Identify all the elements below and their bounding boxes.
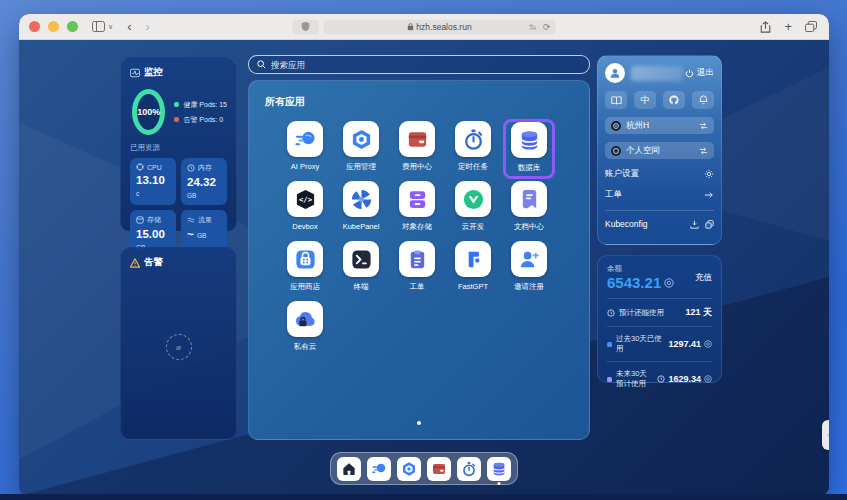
dock-cron-job-button[interactable] bbox=[457, 457, 481, 481]
monitor-icon bbox=[130, 68, 140, 78]
dock-ai-proxy-button[interactable] bbox=[367, 457, 391, 481]
dock-database-button[interactable] bbox=[487, 457, 511, 481]
app-fastgpt[interactable]: FastGPT bbox=[447, 239, 499, 297]
private-cloud-icon bbox=[287, 301, 323, 337]
back-button[interactable]: ‹ bbox=[127, 19, 131, 34]
clock-icon bbox=[607, 309, 615, 317]
home-icon bbox=[341, 461, 357, 477]
forward-button[interactable]: › bbox=[145, 19, 149, 34]
coin-icon bbox=[704, 375, 712, 383]
cost-center-icon bbox=[431, 461, 447, 477]
invite-icon bbox=[511, 241, 547, 277]
dock-app-manage-button[interactable] bbox=[397, 457, 421, 481]
app-search-bar[interactable] bbox=[248, 55, 590, 74]
purple-bullet bbox=[607, 377, 612, 382]
translate-icon[interactable]: 文A bbox=[529, 23, 538, 31]
app-invite[interactable]: 邀请注册 bbox=[503, 239, 555, 297]
browser-titlebar: ∨ ‹ › hzh.sealos.run 文A ⟳ + bbox=[19, 14, 829, 40]
cron-job-icon bbox=[461, 461, 477, 477]
app-private-cloud[interactable]: 私有云 bbox=[279, 299, 331, 357]
work-order-row[interactable]: 工单 bbox=[605, 189, 714, 201]
alerts-title: 告警 bbox=[144, 256, 163, 269]
app-cron-job[interactable]: 定时任务 bbox=[447, 119, 499, 177]
billing-panel: 余额 6543.21 充值 预计还能使用 121 天 bbox=[597, 255, 722, 383]
maximize-window-button[interactable] bbox=[67, 21, 78, 32]
devbox-icon: </> bbox=[287, 181, 323, 217]
blue-bullet bbox=[607, 342, 612, 347]
cpu-icon bbox=[136, 163, 144, 171]
notifications-button[interactable] bbox=[692, 91, 714, 109]
app-cloud-dev[interactable]: 云开发 bbox=[447, 179, 499, 237]
app-app-manage[interactable]: 应用管理 bbox=[335, 119, 387, 177]
cpu-stat-card[interactable]: CPU 13.10 c bbox=[130, 158, 176, 205]
app-docs-center[interactable]: 文档中心 bbox=[503, 179, 555, 237]
app-store-icon bbox=[287, 241, 323, 277]
recharge-button[interactable]: 充值 bbox=[695, 272, 712, 284]
power-icon bbox=[685, 69, 694, 78]
copy-icon[interactable] bbox=[705, 220, 714, 229]
kubeconfig-row[interactable]: Kubeconfig bbox=[605, 210, 714, 229]
balance-label: 余额 bbox=[607, 264, 674, 274]
app-work-order[interactable]: 工单 bbox=[391, 239, 443, 297]
app-app-store[interactable]: 应用商店 bbox=[279, 239, 331, 297]
privacy-shield-icon[interactable] bbox=[293, 19, 319, 34]
search-input[interactable] bbox=[271, 60, 581, 70]
legend-healthy-pods: 健康 Pods: 15 bbox=[174, 100, 227, 110]
work-order-icon bbox=[399, 241, 435, 277]
book-icon bbox=[611, 96, 622, 105]
traffic-icon bbox=[187, 216, 195, 224]
app-terminal[interactable]: 终端 bbox=[335, 239, 387, 297]
avatar[interactable] bbox=[605, 63, 625, 83]
sidebar-toggle-icon[interactable]: ∨ bbox=[92, 21, 113, 32]
database-icon bbox=[491, 461, 507, 477]
ai-proxy-icon bbox=[287, 121, 323, 157]
divider bbox=[607, 361, 712, 362]
future-usage-row: 未来30天预计使用 1629.34 bbox=[607, 369, 712, 389]
app-kubepanel[interactable]: KubePanel bbox=[335, 179, 387, 237]
language-button[interactable]: 中 bbox=[634, 91, 656, 109]
dock bbox=[330, 452, 518, 485]
download-icon[interactable] bbox=[690, 220, 699, 229]
app-ai-proxy[interactable]: AI Proxy bbox=[279, 119, 331, 177]
tab-overview-icon[interactable] bbox=[805, 21, 817, 32]
github-button[interactable] bbox=[663, 91, 685, 109]
app-database[interactable]: 数据库 bbox=[503, 119, 555, 179]
traffic-lights bbox=[29, 21, 78, 32]
kubepanel-icon bbox=[343, 181, 379, 217]
docs-center-icon bbox=[511, 181, 547, 217]
collapsed-panel-toggle[interactable]: ‹ bbox=[822, 420, 829, 450]
app-object-storage[interactable]: 对象存储 bbox=[391, 179, 443, 237]
cron-job-icon bbox=[455, 121, 491, 157]
svg-text:</>: </> bbox=[299, 195, 313, 204]
dock-cost-center-button[interactable] bbox=[427, 457, 451, 481]
healthy-dot bbox=[174, 102, 179, 107]
app-devbox[interactable]: </> Devbox bbox=[279, 179, 331, 237]
docs-button[interactable] bbox=[605, 91, 627, 109]
share-icon[interactable] bbox=[760, 21, 771, 33]
region-selector[interactable]: 杭州H bbox=[605, 117, 714, 134]
page-indicator-dot[interactable] bbox=[417, 421, 421, 425]
workspace-selector[interactable]: 个人空间 bbox=[605, 142, 714, 159]
all-apps-title: 所有应用 bbox=[249, 81, 589, 109]
clock-icon bbox=[657, 375, 665, 383]
browser-window: ∨ ‹ › hzh.sealos.run 文A ⟳ + bbox=[19, 14, 829, 496]
dock-home-button[interactable] bbox=[337, 457, 361, 481]
github-icon bbox=[669, 95, 679, 105]
close-window-button[interactable] bbox=[29, 21, 40, 32]
logout-button[interactable]: 退出 bbox=[685, 67, 714, 79]
account-settings-row[interactable]: 账户设置 bbox=[605, 168, 714, 180]
balance-amount: 6543.21 bbox=[607, 274, 674, 291]
switch-region-icon bbox=[699, 122, 708, 130]
address-bar[interactable]: hzh.sealos.run 文A ⟳ bbox=[324, 19, 556, 34]
minimize-window-button[interactable] bbox=[48, 21, 59, 32]
divider bbox=[607, 298, 712, 299]
memory-stat-card[interactable]: 内存 24.32 GB bbox=[181, 158, 227, 205]
coin-icon bbox=[664, 278, 674, 288]
new-tab-icon[interactable]: + bbox=[784, 19, 792, 34]
app-cost-center[interactable]: 费用中心 bbox=[391, 119, 443, 177]
app-grid: AI Proxy 应用管理 费用中心 bbox=[277, 119, 589, 359]
reload-icon[interactable]: ⟳ bbox=[543, 22, 551, 32]
region-icon bbox=[611, 121, 621, 131]
resources-title: 已用资源 bbox=[130, 143, 227, 153]
monitor-title: 监控 bbox=[144, 66, 163, 79]
